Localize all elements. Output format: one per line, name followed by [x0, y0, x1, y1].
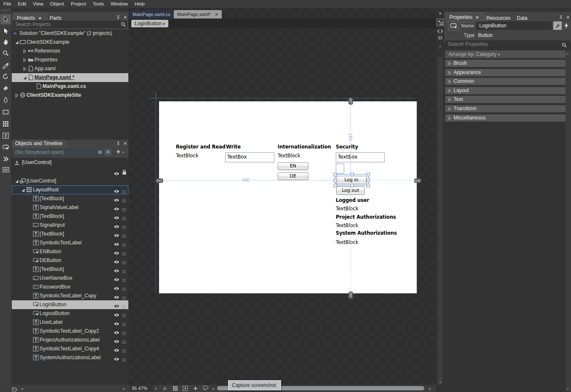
- resize-handle[interactable]: [351, 184, 354, 187]
- design-view-button[interactable]: [436, 19, 444, 26]
- username-textbox[interactable]: TextBox: [336, 152, 385, 162]
- category-text[interactable]: Text: [445, 96, 566, 103]
- category-miscellaneous[interactable]: Miscellaneous: [445, 114, 566, 122]
- category-brush[interactable]: Brush: [445, 60, 566, 67]
- en-button[interactable]: EN: [278, 162, 308, 170]
- menu-window[interactable]: Window: [107, 0, 131, 8]
- split-view-icon[interactable]: [436, 34, 444, 42]
- search-properties-input[interactable]: Search Properties: [445, 40, 570, 48]
- object-item-logoutbutton[interactable]: LogoutButton: [12, 309, 128, 318]
- arrange-by-dropdown[interactable]: Arrange by: Category ▾: [445, 50, 566, 58]
- tool-button-icon[interactable]: [0, 142, 11, 152]
- write-textbox[interactable]: TextBox: [225, 152, 274, 162]
- expander-icon[interactable]: [22, 56, 28, 64]
- lock-icon[interactable]: [122, 169, 127, 177]
- objects-timeline-title[interactable]: Objects and Timeline: [12, 140, 68, 148]
- scroll-up-icon[interactable]: ▴: [436, 44, 444, 48]
- storyboard-open-icon[interactable]: [97, 150, 103, 156]
- category-common[interactable]: Common: [445, 78, 566, 85]
- tool-eyedropper-icon[interactable]: [0, 61, 11, 71]
- tool-more-tools-icon[interactable]: [0, 154, 11, 164]
- project-item-mainpage-xaml-cs[interactable]: MainPage.xaml.cs: [12, 82, 128, 91]
- annotation-icon[interactable]: [203, 386, 208, 392]
- object-item-symbolictextlabel-copy4[interactable]: TSymbolicTextLabel_Copy4: [12, 344, 128, 353]
- object-item-debutton[interactable]: DEButton: [12, 256, 128, 265]
- wrench-button[interactable]: [553, 21, 562, 30]
- tab-mainpage-xaml[interactable]: MainPage.xaml* ✕: [174, 10, 222, 19]
- object-item-symbolictextlabel-copy2[interactable]: TSymbolicTextLabel_Copy2: [12, 327, 128, 336]
- scroll-right-icon[interactable]: ▸: [429, 387, 431, 391]
- scroll-up-icon[interactable]: ▴: [567, 52, 568, 56]
- tool-pan-icon[interactable]: [0, 37, 11, 47]
- scroll-left-icon[interactable]: ◂: [21, 387, 23, 391]
- anchor-right-icon[interactable]: [414, 177, 421, 185]
- resize-handle[interactable]: [334, 179, 337, 182]
- collapse-icon[interactable]: ▾: [436, 11, 444, 16]
- expander-icon[interactable]: [20, 185, 26, 194]
- de-button[interactable]: DE: [278, 172, 308, 180]
- scroll-right-icon[interactable]: ▸: [123, 387, 125, 391]
- project-item-clientsdkexamplesite[interactable]: ClientSDKExampleSite: [12, 91, 128, 100]
- resize-handle[interactable]: [351, 173, 354, 176]
- anchor-bottom-icon[interactable]: [348, 291, 353, 300]
- tool-assets-icon[interactable]: [0, 164, 11, 175]
- eye-icon[interactable]: [114, 355, 120, 364]
- pin-icon[interactable]: ⊼: [117, 141, 120, 146]
- resize-handle[interactable]: [367, 179, 370, 182]
- object-item-usernamebox[interactable]: UserNameBox: [12, 274, 128, 283]
- effects-icon[interactable]: fx: [163, 386, 167, 391]
- scope-row[interactable]: [UserControl]: [12, 159, 128, 167]
- menu-help[interactable]: Help: [131, 0, 148, 8]
- properties-scrollbar[interactable]: ▴ ▾: [566, 50, 571, 392]
- password-box[interactable]: [336, 164, 344, 174]
- expander-icon[interactable]: [22, 64, 28, 73]
- expander-icon[interactable]: [14, 91, 20, 100]
- object-item-signalinput[interactable]: SignalInput: [12, 221, 128, 230]
- tab-close-icon[interactable]: ✕: [215, 12, 218, 17]
- circle-icon[interactable]: [122, 356, 126, 365]
- object-item-symbolictextlabel[interactable]: TSymbolicTextLabel: [12, 238, 128, 247]
- storyboard-add-dropdown[interactable]: ▾: [122, 151, 124, 154]
- breadcrumb-loginbutton[interactable]: LoginButton ▾: [131, 20, 168, 27]
- close-icon[interactable]: ✕: [123, 141, 127, 146]
- object-item-loginbutton[interactable]: LoginButton: [12, 300, 128, 309]
- object-item-signalvaluelabel[interactable]: TSignalValueLabel: [12, 203, 128, 212]
- project-item-references[interactable]: References: [12, 47, 128, 56]
- resize-handle[interactable]: [334, 184, 337, 187]
- event-bolt-button[interactable]: [563, 21, 570, 30]
- object-item-projectauthorizationslabel[interactable]: TProjectAuthorizationsLabel: [12, 336, 128, 344]
- expander-icon[interactable]: [22, 73, 28, 82]
- storyboard-close-icon[interactable]: ✕: [104, 148, 112, 156]
- menu-edit[interactable]: Edit: [15, 0, 30, 8]
- category-transform[interactable]: Transform: [445, 105, 566, 112]
- menu-object[interactable]: Object: [47, 0, 67, 8]
- tool-ink-icon[interactable]: [0, 95, 11, 105]
- tool-direct-selection-icon[interactable]: [0, 26, 11, 36]
- object-item--textblock-[interactable]: T[TextBlock]: [12, 194, 128, 203]
- tool-grid-icon[interactable]: [0, 119, 11, 129]
- tool-brush-transform-icon[interactable]: [0, 72, 11, 82]
- menu-project[interactable]: Project: [67, 0, 89, 8]
- category-layout[interactable]: Layout: [445, 87, 566, 94]
- artboard[interactable]: Register and Read TextBlock Write TextBo…: [159, 101, 417, 294]
- tool-selection-icon[interactable]: [0, 14, 11, 24]
- scroll-down-icon[interactable]: ▾: [567, 387, 568, 391]
- project-item-mainpage-xaml-[interactable]: MainPage.xaml *: [12, 73, 128, 82]
- tool-zoom-icon[interactable]: [0, 48, 11, 58]
- tool-rectangle-icon[interactable]: [0, 107, 11, 117]
- anchor-top-icon[interactable]: [348, 98, 353, 106]
- storyboard-add-icon[interactable]: ＋: [115, 148, 121, 156]
- object-item--usercontrol-[interactable]: [UserControl]: [12, 177, 128, 185]
- object-item-userlabel[interactable]: TUserLabel: [12, 318, 128, 327]
- tab-mainpage-xaml-cs[interactable]: MainPage.xaml.cs: [129, 10, 174, 19]
- menu-file[interactable]: File: [0, 0, 15, 8]
- project-item-properties[interactable]: Properties: [12, 56, 128, 64]
- board-icon[interactable]: [12, 386, 18, 392]
- object-item-layoutroot[interactable]: LayoutRoot: [12, 185, 128, 194]
- resize-handle[interactable]: [334, 173, 337, 176]
- tool-textblock-icon[interactable]: T: [0, 130, 11, 140]
- object-item--textblock-[interactable]: T[TextBlock]: [12, 212, 128, 221]
- snap-grid-icon[interactable]: [183, 386, 188, 392]
- zoom-level[interactable]: 95.47%: [130, 385, 153, 391]
- grid-icon[interactable]: [173, 386, 178, 392]
